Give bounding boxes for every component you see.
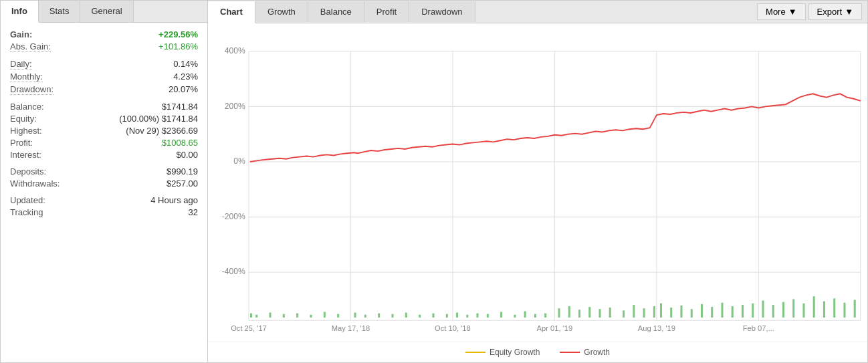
svg-rect-54 bbox=[609, 308, 611, 318]
updated-label: Updated: bbox=[10, 195, 45, 205]
tab-info[interactable]: Info bbox=[1, 1, 39, 23]
tab-chart[interactable]: Chart bbox=[208, 1, 255, 23]
withdrawals-label: Withdrawals: bbox=[10, 178, 60, 189]
tab-balance[interactable]: Balance bbox=[308, 1, 364, 22]
export-button[interactable]: Export ▼ bbox=[808, 3, 862, 20]
left-content: Gain: +229.56% Abs. Gain: +101.86% Daily… bbox=[1, 23, 207, 362]
svg-rect-24 bbox=[250, 314, 252, 318]
chart-legend: Equity Growth Growth bbox=[208, 342, 867, 362]
svg-rect-43 bbox=[487, 314, 489, 318]
drawdown-label: Drawdown: bbox=[10, 84, 53, 95]
svg-text:-200%: -200% bbox=[222, 212, 245, 221]
highest-label: Highest: bbox=[10, 126, 42, 136]
svg-rect-66 bbox=[732, 306, 734, 318]
svg-rect-55 bbox=[623, 310, 625, 318]
svg-rect-37 bbox=[419, 315, 421, 318]
updated-row: Updated: 4 Hours ago bbox=[10, 195, 198, 205]
growth-line bbox=[560, 352, 580, 353]
monthly-value: 4.23% bbox=[173, 72, 198, 82]
svg-rect-36 bbox=[405, 313, 407, 318]
drawdown-value: 20.07% bbox=[169, 84, 198, 94]
tab-action-buttons: More ▼ Export ▼ bbox=[752, 1, 867, 23]
balance-value: $1741.84 bbox=[162, 102, 198, 112]
more-button[interactable]: More ▼ bbox=[757, 3, 806, 20]
export-chevron-icon: ▼ bbox=[845, 7, 853, 17]
equity-row: Equity: (100.00%) $1741.84 bbox=[10, 114, 198, 124]
svg-text:Oct 10, '18: Oct 10, '18 bbox=[435, 324, 471, 332]
tracking-row: Tracking 32 bbox=[10, 207, 198, 217]
tab-growth[interactable]: Growth bbox=[255, 1, 308, 22]
svg-text:200%: 200% bbox=[225, 101, 245, 110]
svg-rect-49 bbox=[558, 308, 560, 318]
interest-value: $0.00 bbox=[176, 150, 198, 160]
tab-drawdown[interactable]: Drawdown bbox=[409, 1, 475, 22]
svg-rect-26 bbox=[269, 313, 271, 318]
svg-rect-44 bbox=[500, 312, 502, 318]
svg-text:Feb 07,...: Feb 07,... bbox=[743, 324, 774, 332]
growth-label: Growth bbox=[584, 348, 610, 357]
withdrawals-row: Withdrawals: $257.00 bbox=[10, 178, 198, 189]
left-tab-bar: Info Stats General bbox=[1, 1, 207, 23]
svg-rect-29 bbox=[310, 315, 312, 318]
monthly-label: Monthly: bbox=[10, 72, 43, 82]
svg-rect-52 bbox=[588, 307, 590, 318]
svg-rect-70 bbox=[772, 305, 774, 318]
svg-rect-53 bbox=[599, 309, 601, 318]
svg-rect-47 bbox=[534, 314, 536, 318]
tab-profit[interactable]: Profit bbox=[364, 1, 409, 22]
abs-gain-value: +101.86% bbox=[158, 41, 198, 51]
equity-value: (100.00%) $1741.84 bbox=[119, 114, 198, 124]
svg-rect-61 bbox=[680, 306, 682, 318]
svg-text:400%: 400% bbox=[225, 46, 245, 55]
svg-text:May 17, '18: May 17, '18 bbox=[332, 324, 370, 332]
svg-rect-48 bbox=[544, 314, 546, 318]
deposits-value: $990.19 bbox=[167, 166, 198, 176]
drawdown-row: Drawdown: 20.07% bbox=[10, 84, 198, 95]
svg-rect-38 bbox=[432, 314, 434, 318]
withdrawals-value: $257.00 bbox=[167, 178, 198, 189]
gain-label: Gain: bbox=[10, 29, 32, 39]
svg-rect-50 bbox=[568, 306, 570, 318]
svg-rect-63 bbox=[701, 304, 703, 318]
svg-rect-73 bbox=[802, 304, 804, 318]
tab-stats[interactable]: Stats bbox=[39, 1, 81, 22]
svg-rect-56 bbox=[633, 305, 635, 318]
balance-label: Balance: bbox=[10, 102, 44, 112]
svg-rect-27 bbox=[283, 314, 285, 318]
profit-row: Profit: $1008.65 bbox=[10, 138, 198, 148]
svg-text:Apr 01, '19: Apr 01, '19 bbox=[537, 324, 573, 332]
svg-rect-72 bbox=[792, 299, 794, 318]
tracking-value: 32 bbox=[189, 207, 198, 217]
svg-rect-58 bbox=[653, 306, 655, 318]
equity-growth-line bbox=[465, 352, 485, 353]
balance-row: Balance: $1741.84 bbox=[10, 102, 198, 112]
svg-rect-57 bbox=[643, 308, 645, 318]
profit-label: Profit: bbox=[10, 138, 33, 148]
svg-rect-40 bbox=[456, 313, 458, 318]
updated-value: 4 Hours ago bbox=[150, 195, 198, 205]
svg-text:Oct 25, '17: Oct 25, '17 bbox=[231, 324, 267, 332]
interest-label: Interest: bbox=[10, 150, 41, 160]
legend-growth: Growth bbox=[560, 348, 610, 357]
abs-gain-row: Abs. Gain: +101.86% bbox=[10, 41, 198, 52]
svg-rect-59 bbox=[660, 304, 662, 318]
daily-label: Daily: bbox=[10, 59, 32, 70]
svg-rect-51 bbox=[578, 310, 580, 318]
tab-general[interactable]: General bbox=[80, 1, 133, 22]
svg-rect-65 bbox=[721, 303, 723, 318]
equity-label: Equity: bbox=[10, 114, 37, 124]
profit-value: $1008.65 bbox=[162, 138, 198, 148]
svg-rect-41 bbox=[466, 315, 468, 318]
abs-gain-label: Abs. Gain: bbox=[10, 41, 51, 52]
svg-rect-25 bbox=[255, 315, 257, 318]
svg-rect-39 bbox=[446, 314, 448, 318]
svg-rect-28 bbox=[296, 314, 298, 318]
svg-text:-400%: -400% bbox=[222, 267, 245, 276]
svg-rect-69 bbox=[762, 301, 764, 318]
svg-text:0%: 0% bbox=[233, 156, 245, 166]
tracking-label: Tracking bbox=[10, 207, 43, 217]
svg-rect-67 bbox=[742, 305, 744, 318]
interest-row: Interest: $0.00 bbox=[10, 150, 198, 160]
right-tab-bar: Chart Growth Balance Profit Drawdown Mor… bbox=[208, 1, 867, 23]
svg-rect-31 bbox=[337, 314, 339, 318]
